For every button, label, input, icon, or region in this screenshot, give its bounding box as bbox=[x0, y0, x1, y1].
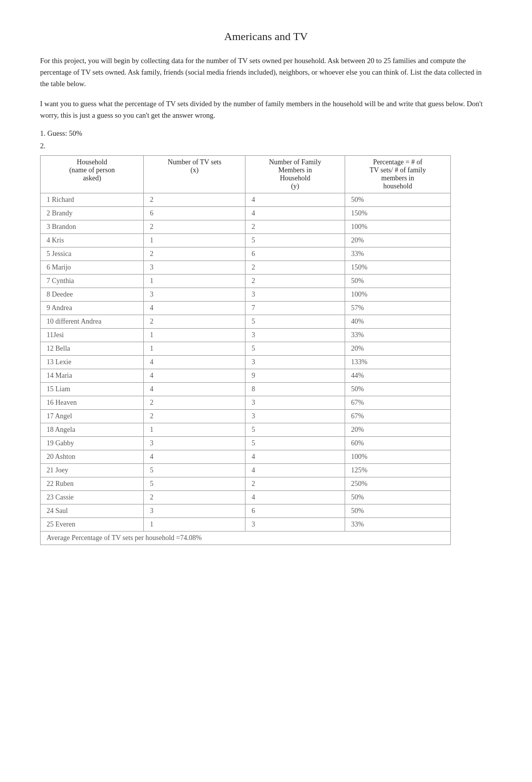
table-row: 24 Saul3650% bbox=[41, 504, 451, 517]
cell-tv-sets: 2 bbox=[144, 247, 245, 260]
cell-percentage: 150% bbox=[345, 260, 450, 274]
cell-tv-sets: 2 bbox=[144, 409, 245, 423]
cell-percentage: 20% bbox=[345, 233, 450, 247]
cell-household: 18 Angela bbox=[41, 423, 144, 436]
cell-family-members: 2 bbox=[245, 220, 345, 233]
cell-household: 7 Cynthia bbox=[41, 274, 144, 288]
cell-household: 5 Jessica bbox=[41, 247, 144, 260]
table-row: 21 Joey54125% bbox=[41, 463, 451, 477]
cell-percentage: 40% bbox=[345, 315, 450, 328]
cell-percentage: 250% bbox=[345, 477, 450, 490]
cell-percentage: 67% bbox=[345, 396, 450, 409]
cell-percentage: 100% bbox=[345, 450, 450, 463]
cell-household: 13 Lexie bbox=[41, 355, 144, 369]
cell-household: 10 different Andrea bbox=[41, 315, 144, 328]
cell-percentage: 20% bbox=[345, 423, 450, 436]
cell-percentage: 67% bbox=[345, 409, 450, 423]
cell-family-members: 4 bbox=[245, 490, 345, 504]
cell-tv-sets: 2 bbox=[144, 193, 245, 206]
cell-household: 17 Angel bbox=[41, 409, 144, 423]
cell-percentage: 33% bbox=[345, 517, 450, 531]
cell-tv-sets: 5 bbox=[144, 477, 245, 490]
cell-household: 15 Liam bbox=[41, 382, 144, 396]
cell-percentage: 57% bbox=[345, 301, 450, 315]
cell-household: 8 Deedee bbox=[41, 288, 144, 301]
cell-family-members: 3 bbox=[245, 355, 345, 369]
cell-tv-sets: 3 bbox=[144, 504, 245, 517]
cell-tv-sets: 1 bbox=[144, 274, 245, 288]
table-row: 25 Everen1333% bbox=[41, 517, 451, 531]
table-footer-cell: Average Percentage of TV sets per househ… bbox=[41, 531, 451, 545]
cell-household: 16 Heaven bbox=[41, 396, 144, 409]
cell-family-members: 6 bbox=[245, 247, 345, 260]
cell-percentage: 50% bbox=[345, 504, 450, 517]
cell-family-members: 4 bbox=[245, 206, 345, 220]
cell-percentage: 100% bbox=[345, 288, 450, 301]
table-row: 6 Marijo32150% bbox=[41, 260, 451, 274]
cell-tv-sets: 1 bbox=[144, 423, 245, 436]
table-row: 12 Bella1520% bbox=[41, 342, 451, 355]
table-row: 9 Andrea4757% bbox=[41, 301, 451, 315]
cell-percentage: 44% bbox=[345, 369, 450, 382]
table-row: 5 Jessica2633% bbox=[41, 247, 451, 260]
data-table-wrapper: Household (name of person asked) Number … bbox=[40, 155, 492, 545]
col-header-percentage: Percentage = # of TV sets/ # of family m… bbox=[345, 155, 450, 193]
table-row: 3 Brandon22100% bbox=[41, 220, 451, 233]
cell-family-members: 2 bbox=[245, 477, 345, 490]
cell-household: 21 Joey bbox=[41, 463, 144, 477]
table-row: 19 Gabby3560% bbox=[41, 436, 451, 450]
cell-household: 24 Saul bbox=[41, 504, 144, 517]
cell-tv-sets: 4 bbox=[144, 382, 245, 396]
table-row: 7 Cynthia1250% bbox=[41, 274, 451, 288]
table-row: 16 Heaven2367% bbox=[41, 396, 451, 409]
table-row: 18 Angela1520% bbox=[41, 423, 451, 436]
cell-family-members: 3 bbox=[245, 396, 345, 409]
cell-family-members: 3 bbox=[245, 328, 345, 342]
cell-family-members: 7 bbox=[245, 301, 345, 315]
cell-household: 23 Cassie bbox=[41, 490, 144, 504]
cell-household: 4 Kris bbox=[41, 233, 144, 247]
cell-family-members: 9 bbox=[245, 369, 345, 382]
cell-family-members: 5 bbox=[245, 423, 345, 436]
cell-family-members: 4 bbox=[245, 450, 345, 463]
cell-household: 19 Gabby bbox=[41, 436, 144, 450]
cell-household: 25 Everen bbox=[41, 517, 144, 531]
cell-percentage: 150% bbox=[345, 206, 450, 220]
cell-family-members: 2 bbox=[245, 274, 345, 288]
cell-family-members: 4 bbox=[245, 463, 345, 477]
cell-household: 6 Marijo bbox=[41, 260, 144, 274]
cell-household: 1 Richard bbox=[41, 193, 144, 206]
tv-data-table: Household (name of person asked) Number … bbox=[40, 155, 451, 545]
cell-tv-sets: 2 bbox=[144, 220, 245, 233]
col-header-family-members: Number of Family Members in Household (y… bbox=[245, 155, 345, 193]
cell-tv-sets: 2 bbox=[144, 315, 245, 328]
cell-family-members: 4 bbox=[245, 193, 345, 206]
cell-percentage: 50% bbox=[345, 382, 450, 396]
table-row: 17 Angel2367% bbox=[41, 409, 451, 423]
cell-percentage: 60% bbox=[345, 436, 450, 450]
cell-household: 14 Maria bbox=[41, 369, 144, 382]
cell-family-members: 5 bbox=[245, 233, 345, 247]
cell-family-members: 3 bbox=[245, 288, 345, 301]
col-header-household: Household (name of person asked) bbox=[41, 155, 144, 193]
cell-percentage: 50% bbox=[345, 490, 450, 504]
cell-family-members: 3 bbox=[245, 409, 345, 423]
cell-tv-sets: 1 bbox=[144, 517, 245, 531]
cell-household: 9 Andrea bbox=[41, 301, 144, 315]
cell-family-members: 2 bbox=[245, 260, 345, 274]
cell-tv-sets: 2 bbox=[144, 396, 245, 409]
cell-family-members: 8 bbox=[245, 382, 345, 396]
cell-percentage: 20% bbox=[345, 342, 450, 355]
guess-text: 1. Guess: 50% bbox=[40, 129, 492, 138]
cell-household: 11Jesi bbox=[41, 328, 144, 342]
col-header-tv-sets: Number of TV sets (x) bbox=[144, 155, 245, 193]
table-row: 8 Deedee33100% bbox=[41, 288, 451, 301]
cell-household: 2 Brandy bbox=[41, 206, 144, 220]
cell-percentage: 133% bbox=[345, 355, 450, 369]
table-row: 1 Richard2450% bbox=[41, 193, 451, 206]
table-row: 14 Maria4944% bbox=[41, 369, 451, 382]
page-title: Americans and TV bbox=[40, 30, 492, 43]
cell-family-members: 3 bbox=[245, 517, 345, 531]
cell-percentage: 125% bbox=[345, 463, 450, 477]
cell-tv-sets: 3 bbox=[144, 436, 245, 450]
